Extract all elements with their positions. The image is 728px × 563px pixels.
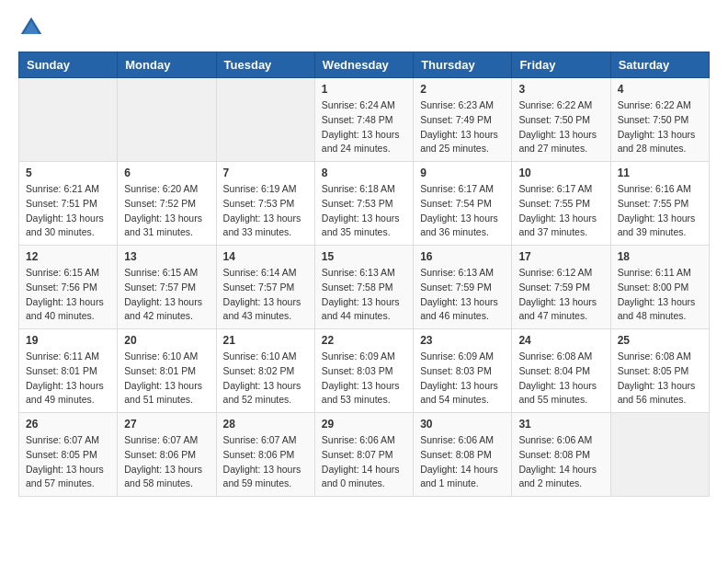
calendar-cell: 24Sunrise: 6:08 AMSunset: 8:04 PMDayligh… xyxy=(512,329,610,413)
day-number: 19 xyxy=(26,334,110,347)
calendar-cell: 15Sunrise: 6:13 AMSunset: 7:58 PMDayligh… xyxy=(314,246,413,329)
day-info: Sunrise: 6:06 AMSunset: 8:08 PMDaylight:… xyxy=(518,433,603,491)
day-info: Sunrise: 6:13 AMSunset: 7:59 PMDaylight:… xyxy=(420,266,505,324)
calendar-cell: 26Sunrise: 6:07 AMSunset: 8:05 PMDayligh… xyxy=(19,413,118,497)
day-info: Sunrise: 6:17 AMSunset: 7:55 PMDaylight:… xyxy=(518,182,603,240)
calendar-cell: 21Sunrise: 6:10 AMSunset: 8:02 PMDayligh… xyxy=(216,329,314,413)
day-number: 31 xyxy=(518,418,603,431)
day-info: Sunrise: 6:22 AMSunset: 7:50 PMDaylight:… xyxy=(618,98,702,156)
day-info: Sunrise: 6:13 AMSunset: 7:58 PMDaylight:… xyxy=(322,266,406,324)
day-number: 28 xyxy=(223,418,308,431)
calendar-cell: 30Sunrise: 6:06 AMSunset: 8:08 PMDayligh… xyxy=(414,413,512,497)
header-thursday: Thursday xyxy=(414,52,512,78)
day-info: Sunrise: 6:07 AMSunset: 8:06 PMDaylight:… xyxy=(124,433,209,491)
calendar-cell: 4Sunrise: 6:22 AMSunset: 7:50 PMDaylight… xyxy=(610,78,709,162)
day-info: Sunrise: 6:09 AMSunset: 8:03 PMDaylight:… xyxy=(420,350,505,408)
day-number: 22 xyxy=(322,334,406,347)
day-number: 14 xyxy=(223,250,308,263)
day-info: Sunrise: 6:11 AMSunset: 8:01 PMDaylight:… xyxy=(26,350,110,408)
day-number: 20 xyxy=(124,334,209,347)
day-number: 1 xyxy=(322,83,406,96)
calendar-cell: 9Sunrise: 6:17 AMSunset: 7:54 PMDaylight… xyxy=(414,162,512,246)
day-info: Sunrise: 6:06 AMSunset: 8:08 PMDaylight:… xyxy=(420,433,505,491)
week-row-2: 12Sunrise: 6:15 AMSunset: 7:56 PMDayligh… xyxy=(19,246,710,329)
day-info: Sunrise: 6:07 AMSunset: 8:05 PMDaylight:… xyxy=(26,433,110,491)
header-saturday: Saturday xyxy=(610,52,709,78)
day-number: 5 xyxy=(26,167,110,179)
calendar-cell: 1Sunrise: 6:24 AMSunset: 7:48 PMDaylight… xyxy=(314,78,413,162)
calendar-cell: 11Sunrise: 6:16 AMSunset: 7:55 PMDayligh… xyxy=(610,162,709,246)
day-info: Sunrise: 6:14 AMSunset: 7:57 PMDaylight:… xyxy=(223,266,308,324)
day-number: 26 xyxy=(26,418,110,431)
calendar-header: SundayMondayTuesdayWednesdayThursdayFrid… xyxy=(19,52,710,78)
day-number: 7 xyxy=(223,167,308,179)
calendar-cell: 7Sunrise: 6:19 AMSunset: 7:53 PMDaylight… xyxy=(216,162,314,246)
day-number: 10 xyxy=(518,167,603,179)
day-number: 23 xyxy=(420,334,505,347)
calendar-cell: 27Sunrise: 6:07 AMSunset: 8:06 PMDayligh… xyxy=(118,413,216,497)
day-info: Sunrise: 6:18 AMSunset: 7:53 PMDaylight:… xyxy=(322,182,406,240)
day-info: Sunrise: 6:07 AMSunset: 8:06 PMDaylight:… xyxy=(223,433,308,491)
header-monday: Monday xyxy=(118,52,216,78)
day-number: 8 xyxy=(322,167,406,179)
calendar-cell: 19Sunrise: 6:11 AMSunset: 8:01 PMDayligh… xyxy=(19,329,118,413)
day-number: 9 xyxy=(420,167,505,179)
day-info: Sunrise: 6:24 AMSunset: 7:48 PMDaylight:… xyxy=(322,98,406,156)
day-info: Sunrise: 6:10 AMSunset: 8:02 PMDaylight:… xyxy=(223,350,308,408)
calendar-cell: 16Sunrise: 6:13 AMSunset: 7:59 PMDayligh… xyxy=(414,246,512,329)
calendar-cell: 22Sunrise: 6:09 AMSunset: 8:03 PMDayligh… xyxy=(314,329,413,413)
calendar-cell: 28Sunrise: 6:07 AMSunset: 8:06 PMDayligh… xyxy=(216,413,314,497)
header-tuesday: Tuesday xyxy=(216,52,314,78)
header-sunday: Sunday xyxy=(19,52,118,78)
day-info: Sunrise: 6:16 AMSunset: 7:55 PMDaylight:… xyxy=(618,182,702,240)
day-info: Sunrise: 6:08 AMSunset: 8:04 PMDaylight:… xyxy=(518,350,603,408)
calendar-cell xyxy=(216,78,314,162)
calendar-cell: 23Sunrise: 6:09 AMSunset: 8:03 PMDayligh… xyxy=(414,329,512,413)
day-info: Sunrise: 6:06 AMSunset: 8:07 PMDaylight:… xyxy=(322,433,406,491)
day-number: 4 xyxy=(618,83,702,96)
day-number: 13 xyxy=(124,250,209,263)
day-number: 30 xyxy=(420,418,505,431)
week-row-4: 26Sunrise: 6:07 AMSunset: 8:05 PMDayligh… xyxy=(19,413,710,497)
calendar-cell: 17Sunrise: 6:12 AMSunset: 7:59 PMDayligh… xyxy=(512,246,610,329)
calendar-cell xyxy=(610,413,709,497)
calendar-cell: 20Sunrise: 6:10 AMSunset: 8:01 PMDayligh… xyxy=(118,329,216,413)
day-number: 27 xyxy=(124,418,209,431)
day-number: 12 xyxy=(26,250,110,263)
day-number: 29 xyxy=(322,418,406,431)
calendar-cell: 5Sunrise: 6:21 AMSunset: 7:51 PMDaylight… xyxy=(19,162,118,246)
day-number: 16 xyxy=(420,250,505,263)
calendar-cell: 2Sunrise: 6:23 AMSunset: 7:49 PMDaylight… xyxy=(414,78,512,162)
day-number: 18 xyxy=(618,250,702,263)
day-info: Sunrise: 6:12 AMSunset: 7:59 PMDaylight:… xyxy=(518,266,603,324)
day-number: 2 xyxy=(420,83,505,96)
day-info: Sunrise: 6:20 AMSunset: 7:52 PMDaylight:… xyxy=(124,182,209,240)
logo-icon xyxy=(18,15,44,40)
day-number: 3 xyxy=(518,83,603,96)
day-info: Sunrise: 6:19 AMSunset: 7:53 PMDaylight:… xyxy=(223,182,308,240)
logo xyxy=(18,15,48,40)
day-info: Sunrise: 6:11 AMSunset: 8:00 PMDaylight:… xyxy=(618,266,702,324)
week-row-1: 5Sunrise: 6:21 AMSunset: 7:51 PMDaylight… xyxy=(19,162,710,246)
day-info: Sunrise: 6:09 AMSunset: 8:03 PMDaylight:… xyxy=(322,350,406,408)
header-wednesday: Wednesday xyxy=(314,52,413,78)
calendar-cell: 14Sunrise: 6:14 AMSunset: 7:57 PMDayligh… xyxy=(216,246,314,329)
day-number: 17 xyxy=(518,250,603,263)
calendar-cell: 29Sunrise: 6:06 AMSunset: 8:07 PMDayligh… xyxy=(314,413,413,497)
day-number: 11 xyxy=(618,167,702,179)
calendar-cell: 6Sunrise: 6:20 AMSunset: 7:52 PMDaylight… xyxy=(118,162,216,246)
header-row: SundayMondayTuesdayWednesdayThursdayFrid… xyxy=(19,52,710,78)
day-info: Sunrise: 6:08 AMSunset: 8:05 PMDaylight:… xyxy=(618,350,702,408)
week-row-0: 1Sunrise: 6:24 AMSunset: 7:48 PMDaylight… xyxy=(19,78,710,162)
calendar-cell: 3Sunrise: 6:22 AMSunset: 7:50 PMDaylight… xyxy=(512,78,610,162)
day-number: 21 xyxy=(223,334,308,347)
calendar-cell: 18Sunrise: 6:11 AMSunset: 8:00 PMDayligh… xyxy=(610,246,709,329)
day-info: Sunrise: 6:15 AMSunset: 7:56 PMDaylight:… xyxy=(26,266,110,324)
day-info: Sunrise: 6:22 AMSunset: 7:50 PMDaylight:… xyxy=(518,98,603,156)
day-number: 25 xyxy=(618,334,702,347)
calendar-cell: 13Sunrise: 6:15 AMSunset: 7:57 PMDayligh… xyxy=(118,246,216,329)
calendar-cell xyxy=(118,78,216,162)
day-number: 6 xyxy=(124,167,209,179)
day-number: 15 xyxy=(322,250,406,263)
calendar-cell: 25Sunrise: 6:08 AMSunset: 8:05 PMDayligh… xyxy=(610,329,709,413)
